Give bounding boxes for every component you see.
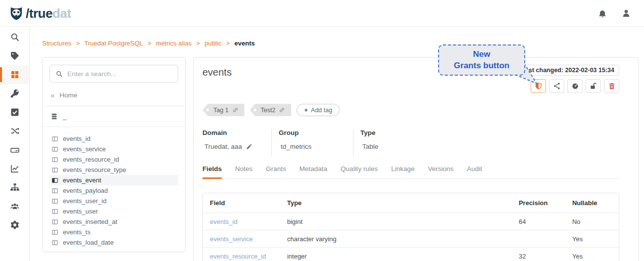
- search-icon: [55, 70, 63, 78]
- share-button[interactable]: [549, 79, 564, 93]
- sidebar-item-relations[interactable]: [0, 122, 29, 140]
- structure-detail-panel: events Last changed: 2022-02-03 15:34: [193, 57, 639, 261]
- tab-fields[interactable]: Fields: [202, 165, 222, 179]
- tab-linkage[interactable]: Linkage: [391, 165, 414, 178]
- tab-grants[interactable]: Grants: [266, 165, 286, 178]
- sidebar-item-permissions[interactable]: [0, 84, 29, 103]
- key-icon: [10, 88, 20, 98]
- tag-label: Tag 1: [213, 107, 229, 114]
- sidebar-item-dashboards[interactable]: [0, 159, 29, 178]
- database-icon: [50, 113, 58, 120]
- add-tag-button[interactable]: + Add tag: [297, 104, 340, 116]
- home-link-label: Home: [59, 91, 77, 99]
- table-row: events_service character varying Yes: [203, 230, 619, 248]
- field-list-item[interactable]: events_payload: [50, 185, 178, 196]
- divider: [43, 127, 185, 127]
- sidebar-item-rules[interactable]: [0, 103, 29, 122]
- col-header-field: Field: [203, 193, 280, 213]
- meta-group: Group td_metrics: [271, 129, 353, 157]
- panels: « Home _ events_id events_service events…: [42, 57, 639, 261]
- tab-metadata[interactable]: Metadata: [299, 165, 327, 178]
- breadcrumb-link-alias[interactable]: metrics alias: [156, 40, 192, 47]
- table-icon: [51, 187, 58, 194]
- share-nodes-icon: [553, 82, 561, 90]
- field-list-item[interactable]: events_resource_id: [50, 154, 178, 165]
- breadcrumb: Structures > Truedat PostgreSQL > metric…: [42, 40, 639, 47]
- tab-bar: Fields Notes Grants Metadata Quality rul…: [202, 165, 619, 179]
- field-list-item-selected[interactable]: events_event: [50, 175, 178, 185]
- breadcrumb-separator: >: [197, 40, 200, 47]
- breadcrumb-separator: >: [148, 40, 151, 47]
- search-input[interactable]: [67, 70, 172, 78]
- breadcrumb-link-system[interactable]: Truedat PostgreSQL: [84, 40, 143, 47]
- delete-button[interactable]: [604, 79, 619, 93]
- top-bar: /truedat: [0, 0, 644, 27]
- table-selected-icon: [51, 177, 58, 184]
- fields-table: Field Type Precision Nullable events_id …: [202, 193, 619, 261]
- meta-domain: Domain Truedat, aaa: [202, 129, 271, 157]
- notifications-bell-icon[interactable]: [597, 8, 607, 18]
- last-changed-label: Last changed: 2022-02-03 15:34: [521, 67, 614, 74]
- table-icon: [51, 208, 58, 215]
- field-link[interactable]: events_id: [203, 213, 280, 230]
- sidebar-item-settings[interactable]: [0, 216, 29, 234]
- structure-nav-panel: « Home _ events_id events_service events…: [42, 57, 186, 252]
- sidebar-item-domains[interactable]: [0, 178, 29, 197]
- field-nullable: Yes: [565, 248, 619, 261]
- callout-line1: New: [473, 49, 491, 60]
- drive-icon: [10, 145, 20, 155]
- tags-icon: [10, 51, 20, 61]
- tab-audit[interactable]: Audit: [467, 165, 482, 178]
- quality-gauge-button[interactable]: [567, 79, 583, 93]
- col-header-type: Type: [280, 193, 512, 213]
- sitemap-icon: [10, 182, 20, 192]
- field-list-item[interactable]: events_user: [50, 206, 178, 217]
- field-list-item[interactable]: events_inserted_at: [50, 217, 178, 227]
- new-grants-callout: New Grants button: [438, 44, 525, 76]
- field-type: integer: [280, 248, 512, 261]
- unlock-icon: [590, 82, 597, 90]
- callout-line2: Grants button: [454, 60, 509, 72]
- sidebar-item-user-groups[interactable]: [0, 197, 29, 216]
- domain-value: Truedat, aaa: [204, 143, 242, 150]
- check-square-icon: [10, 107, 20, 117]
- tab-notes[interactable]: Notes: [235, 165, 252, 178]
- truedat-logo[interactable]: /truedat: [9, 6, 71, 21]
- chart-line-icon: [10, 164, 20, 174]
- field-link[interactable]: events_service: [203, 230, 280, 248]
- tab-versions[interactable]: Versions: [428, 165, 453, 178]
- field-list-item[interactable]: events_ts: [50, 227, 178, 237]
- trash-icon: [608, 82, 616, 90]
- breadcrumb-link-structures[interactable]: Structures: [42, 40, 71, 47]
- tag-label: Test2: [261, 107, 276, 114]
- field-list-item[interactable]: events_resource_type: [50, 165, 178, 175]
- parent-structure-item[interactable]: _: [50, 113, 177, 120]
- users-icon: [10, 201, 20, 211]
- topbar-actions: [597, 8, 631, 18]
- field-link[interactable]: events_resource_id: [203, 248, 280, 261]
- field-list-item[interactable]: events_load_date: [50, 237, 178, 248]
- tags-row: Tag 1 Test2 + Add tag: [202, 104, 619, 116]
- search-box: [50, 65, 178, 83]
- field-list-item[interactable]: events_id: [50, 133, 178, 144]
- meta-row: Domain Truedat, aaa Group td_metrics Typ…: [202, 129, 619, 157]
- sidebar-item-systems[interactable]: [0, 140, 29, 159]
- tag-chip[interactable]: Tag 1: [202, 104, 245, 116]
- lock-button[interactable]: [586, 79, 601, 93]
- grants-shield-button[interactable]: [531, 79, 546, 93]
- sidebar-item-tags[interactable]: [0, 46, 29, 65]
- home-link[interactable]: « Home: [50, 91, 177, 99]
- edit-pencil-icon[interactable]: [246, 143, 252, 150]
- field-list-item[interactable]: events_user_id: [50, 196, 178, 206]
- breadcrumb-link-schema[interactable]: public: [204, 40, 221, 47]
- table-icon: [51, 156, 58, 163]
- type-value: Table: [362, 143, 378, 150]
- tag-chip[interactable]: Test2: [250, 104, 292, 116]
- sidebar-item-search[interactable]: [0, 28, 29, 46]
- add-tag-label: Add tag: [311, 107, 332, 114]
- meta-label: Domain: [202, 129, 264, 136]
- tab-quality-rules[interactable]: Quality rules: [341, 165, 378, 178]
- sidebar-item-structures[interactable]: [0, 65, 29, 84]
- field-list-item[interactable]: events_service: [50, 144, 178, 154]
- user-profile-icon[interactable]: [621, 8, 631, 18]
